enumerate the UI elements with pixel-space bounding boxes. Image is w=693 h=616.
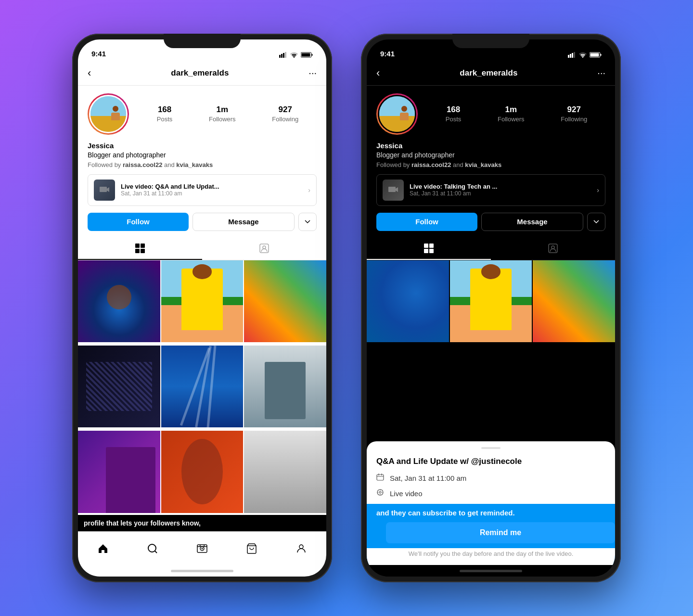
bottom-sheet: Q&A and Life Update w/ @justinecole Sat,…	[367, 441, 615, 565]
remind-me-button[interactable]: Remind me	[386, 522, 615, 543]
avatar-body	[111, 113, 120, 120]
stats-row-left: 168 Posts 1m Followers 927 Following	[139, 105, 317, 123]
photo-cell-r3[interactable]	[533, 260, 615, 343]
status-icons-right	[568, 52, 602, 58]
profile-followed-right: Followed by raissa.cool22 and kvia_kavak…	[376, 161, 605, 168]
photo-cell-2[interactable]	[161, 260, 244, 343]
photo-cell-6[interactable]	[244, 346, 326, 428]
svg-rect-20	[200, 545, 201, 546]
tab-tagged-left[interactable]	[202, 238, 326, 260]
search-icon	[147, 543, 158, 554]
search-nav-left[interactable]	[141, 538, 165, 559]
svg-rect-9	[135, 244, 140, 248]
photo-cell-8[interactable]	[161, 431, 244, 513]
profile-header-left: 168 Posts 1m Followers 927 Following	[88, 93, 317, 135]
svg-rect-1	[281, 54, 282, 58]
reels-nav-left[interactable]	[190, 538, 214, 559]
svg-rect-30	[590, 53, 599, 57]
more-button-right[interactable]: ···	[597, 67, 605, 78]
svg-point-15	[148, 544, 156, 552]
svg-rect-33	[429, 244, 434, 248]
wifi-icon	[290, 52, 298, 58]
stat-following-left[interactable]: 927 Following	[272, 105, 298, 123]
svg-rect-32	[424, 244, 428, 248]
back-button-right[interactable]: ‹	[376, 67, 380, 79]
live-card-right[interactable]: Live video: Talking Tech an ... Sat, Jan…	[376, 174, 605, 206]
svg-rect-31	[388, 187, 396, 192]
sheet-caption-text: and they can subscribe to get reminded.	[376, 509, 515, 517]
photo-cell-r1[interactable]	[367, 260, 449, 343]
stat-following-label: Following	[272, 116, 298, 123]
stat-posts-right[interactable]: 168 Posts	[446, 105, 462, 123]
photo-cell-4[interactable]	[78, 346, 160, 428]
profile-tabs-left	[78, 238, 326, 260]
profile-icon	[295, 543, 307, 554]
stat-followers-left[interactable]: 1m Followers	[209, 105, 236, 123]
photo-cell-9[interactable]	[244, 431, 326, 513]
sheet-remind-container[interactable]: Remind me	[367, 522, 615, 548]
avatar-sky-r	[379, 96, 415, 116]
photo-cell-r2[interactable]	[450, 260, 532, 343]
svg-rect-12	[141, 249, 145, 253]
tab-grid-right[interactable]	[367, 238, 491, 260]
photo-cell-5[interactable]	[161, 346, 244, 428]
profile-section-right: 168 Posts 1m Followers 927 Following Jes…	[367, 86, 615, 231]
live-card-text-left: Live video: Q&A and Life Updat... Sat, J…	[121, 183, 302, 197]
profile-nav-left[interactable]	[289, 538, 313, 559]
svg-point-4	[294, 57, 295, 58]
home-nav-left[interactable]	[91, 538, 115, 559]
wifi-icon-right	[579, 52, 587, 58]
phone-right-screen: 9:41	[367, 39, 615, 577]
home-bar-left	[171, 570, 233, 572]
avatar-ground-r	[379, 116, 415, 132]
bottom-nav-left	[78, 531, 326, 565]
photo-cell-1[interactable]	[78, 260, 160, 343]
scroll-content-left: profile that lets your followers know,	[78, 260, 326, 531]
sheet-date-row: Sat, Jan 31 at 11:00 am	[376, 473, 605, 483]
live-card-left[interactable]: Live video: Q&A and Life Updat... Sat, J…	[88, 174, 317, 206]
svg-point-18	[201, 548, 203, 549]
photo-cell-7[interactable]	[78, 431, 160, 513]
follow-button-left[interactable]: Follow	[88, 213, 189, 231]
photo-cell-3[interactable]	[244, 260, 326, 343]
avatar-left[interactable]	[88, 93, 129, 135]
svg-point-27	[582, 57, 583, 58]
avatar-image-right	[378, 95, 416, 133]
nav-bar-right: ‹ dark_emeralds ···	[367, 61, 615, 86]
svg-rect-11	[135, 249, 140, 253]
live-card-chevron-left: ›	[308, 186, 310, 194]
follow-button-right[interactable]: Follow	[376, 213, 477, 231]
svg-rect-8	[100, 187, 107, 192]
stat-posts-label: Posts	[157, 116, 173, 123]
live-thumb-left	[94, 180, 115, 201]
phone-left: 9:41	[72, 34, 332, 582]
sheet-notify-container: We'll notify you the day before and the …	[367, 548, 615, 565]
svg-rect-24	[570, 54, 571, 58]
profile-section-left: 168 Posts 1m Followers 927 Following Jes…	[78, 86, 326, 231]
tab-grid-left[interactable]	[78, 238, 202, 260]
stat-following-right[interactable]: 927 Following	[561, 105, 587, 123]
tab-tagged-right[interactable]	[491, 238, 615, 260]
more-button-left[interactable]: ···	[308, 67, 317, 78]
avatar-person-r	[399, 106, 410, 119]
back-button-left[interactable]: ‹	[88, 67, 91, 79]
shop-nav-left[interactable]	[240, 538, 264, 559]
nav-title-left: dark_emeralds	[171, 68, 229, 78]
stat-posts-left[interactable]: 168 Posts	[157, 105, 173, 123]
more-dropdown-button-right[interactable]	[587, 213, 605, 231]
status-icons-left	[279, 52, 313, 58]
message-button-left[interactable]: Message	[192, 213, 295, 231]
profile-bio-right: Blogger and photographer	[376, 151, 605, 160]
message-button-right[interactable]: Message	[481, 213, 583, 231]
svg-rect-25	[572, 53, 573, 58]
svg-rect-0	[279, 55, 281, 58]
more-dropdown-button-left[interactable]	[298, 213, 317, 231]
signal-icon	[279, 52, 287, 58]
avatar-right[interactable]	[376, 93, 418, 135]
scroll-content-right: Q&A and Life Update w/ @justinecole Sat,…	[367, 260, 615, 565]
calendar-svg	[376, 473, 384, 481]
stat-following-label-r: Following	[561, 116, 587, 123]
profile-name-right: Jessica	[376, 141, 605, 150]
avatar-image-left	[89, 95, 128, 133]
stat-followers-right[interactable]: 1m Followers	[498, 105, 525, 123]
